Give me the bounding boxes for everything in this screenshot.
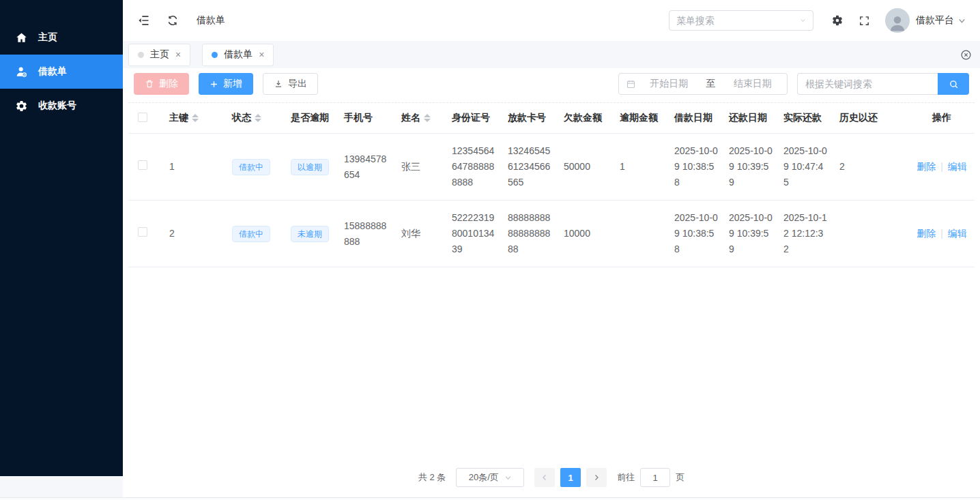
date-end-placeholder: 结束日期: [725, 78, 781, 90]
sidebar-bottom-strip: [0, 476, 123, 497]
cell-name: 刘华: [396, 201, 446, 267]
menu-search-select[interactable]: [669, 10, 813, 31]
column-header-repay-date: 还款日期: [729, 112, 767, 123]
cell-card-no: 1324654561234566565: [502, 134, 558, 201]
sort-caret-icon[interactable]: [424, 114, 431, 122]
calendar-icon: [626, 79, 636, 89]
page-number-button[interactable]: 1: [560, 468, 581, 487]
column-header-name[interactable]: 姓名: [401, 112, 431, 124]
cell-actual-repay: 2025-10-09 10:47:45: [778, 134, 834, 201]
overdue-badge: 未逾期: [291, 226, 329, 242]
status-badge: 借款中: [232, 159, 270, 175]
search-icon: [949, 79, 959, 89]
plus-icon: [210, 80, 218, 89]
cell-history-repaid: [834, 201, 909, 267]
sidebar-item-receiving-account[interactable]: 收款账号: [0, 89, 123, 123]
search-button[interactable]: [938, 73, 969, 95]
tab-home[interactable]: 主页 ×: [128, 44, 190, 66]
table-header-row: 主键 状态 是否逾期 手机号 姓名 身份证号 放款卡号 欠款金额 逾期金额 借款…: [128, 103, 975, 134]
goto-page-input[interactable]: [640, 468, 670, 487]
tab-dot: [138, 52, 144, 58]
menu-search-input[interactable]: [676, 15, 800, 26]
cell-overdue-amount: 1: [614, 134, 669, 201]
chevron-right-icon: [592, 473, 601, 482]
cell-overdue-amount: [614, 201, 669, 267]
tab-close-icon[interactable]: ×: [175, 50, 181, 59]
refresh-icon[interactable]: [167, 14, 179, 27]
export-button[interactable]: 导出: [263, 73, 318, 95]
trash-icon: [145, 79, 154, 89]
gear-icon: [15, 100, 28, 113]
column-header-id[interactable]: 主键: [169, 112, 199, 124]
sidebar-item-home[interactable]: 主页: [0, 20, 123, 55]
chevron-left-icon: [541, 473, 549, 482]
download-icon: [274, 79, 283, 89]
tab-close-icon[interactable]: ×: [259, 50, 264, 59]
date-range-picker[interactable]: 开始日期 至 结束日期: [618, 73, 788, 95]
cell-phone: 15888888888: [338, 201, 396, 267]
delete-link[interactable]: 删除: [917, 228, 936, 239]
link-divider: |: [940, 228, 943, 239]
cell-repay-date: 2025-10-09 10:39:59: [723, 201, 778, 267]
column-header-borrow-date: 借款日期: [674, 112, 712, 123]
goto-label: 前往: [617, 471, 635, 484]
row-checkbox[interactable]: [138, 160, 147, 170]
cell-id: 1: [164, 134, 227, 201]
sort-caret-icon[interactable]: [255, 114, 261, 122]
home-icon: [15, 31, 28, 44]
chevron-down-icon: [957, 16, 966, 25]
page-size-select[interactable]: 20条/页: [456, 468, 524, 487]
add-button[interactable]: 新增: [199, 73, 253, 95]
main-area: 借款单 借款平台 主页 × 借款单: [123, 0, 980, 497]
select-all-checkbox[interactable]: [138, 113, 147, 122]
tab-label: 借款单: [224, 48, 253, 61]
delete-link[interactable]: 删除: [917, 161, 936, 172]
avatar[interactable]: [885, 8, 910, 33]
keyword-search-input[interactable]: [797, 73, 938, 95]
keyword-search-group: [797, 73, 969, 95]
sidebar: 主页 借款单 收款账号: [0, 0, 123, 476]
column-header-status[interactable]: 状态: [232, 112, 261, 124]
column-header-phone: 手机号: [344, 112, 373, 123]
cell-actual-repay: 2025-10-12 12:12:32: [778, 201, 834, 267]
delete-button[interactable]: 删除: [134, 73, 189, 95]
status-badge: 借款中: [232, 226, 270, 242]
sidebar-item-label: 主页: [38, 31, 57, 44]
cell-id-card: 522223198001013439: [446, 201, 502, 267]
close-all-tabs-icon[interactable]: [960, 49, 972, 61]
column-header-actual-repay: 实际还款: [783, 112, 822, 123]
cell-id: 2: [164, 201, 227, 267]
settings-icon[interactable]: [831, 14, 844, 27]
account-name: 借款平台: [916, 14, 954, 27]
pagination-total: 共 2 条: [418, 471, 446, 484]
cell-id-card: 12354564647888888888: [446, 134, 502, 201]
overdue-badge: 以逾期: [291, 159, 329, 175]
loan-table: 主键 状态 是否逾期 手机号 姓名 身份证号 放款卡号 欠款金额 逾期金额 借款…: [128, 103, 975, 267]
next-page-button[interactable]: [586, 468, 607, 487]
content: 删除 新增 导出 开始日期 至 结束日期: [123, 68, 980, 267]
chevron-down-icon: [504, 474, 512, 482]
cell-name: 张三: [396, 134, 446, 201]
prev-page-button[interactable]: [534, 468, 555, 487]
pagination: 共 2 条 20条/页 1 前往 页: [123, 468, 980, 487]
cell-borrow-date: 2025-10-09 10:38:58: [669, 201, 723, 267]
edit-link[interactable]: 编辑: [948, 161, 967, 172]
sidebar-item-loan-form[interactable]: 借款单: [0, 55, 123, 89]
sidebar-item-label: 收款账号: [38, 100, 76, 112]
column-header-id-card: 身份证号: [452, 112, 490, 123]
cell-debt-amount: 50000: [558, 134, 614, 201]
column-header-debt-amount: 欠款金额: [564, 112, 602, 123]
edit-link[interactable]: 编辑: [948, 228, 967, 239]
table-row: 1 借款中 以逾期 13984578654 张三 123545646478888…: [128, 134, 975, 201]
chevron-down-icon: [800, 16, 806, 25]
link-divider: |: [940, 161, 943, 172]
collapse-sidebar-icon[interactable]: [136, 14, 150, 27]
account-dropdown[interactable]: 借款平台: [916, 14, 966, 27]
tab-loan-form[interactable]: 借款单 ×: [202, 44, 274, 66]
sort-caret-icon[interactable]: [192, 114, 199, 122]
bottom-divider: [0, 497, 980, 500]
column-header-actions: 操作: [932, 112, 951, 123]
row-checkbox[interactable]: [138, 227, 147, 237]
fullscreen-icon[interactable]: [859, 15, 870, 27]
column-header-overdue-amount: 逾期金额: [620, 112, 658, 123]
